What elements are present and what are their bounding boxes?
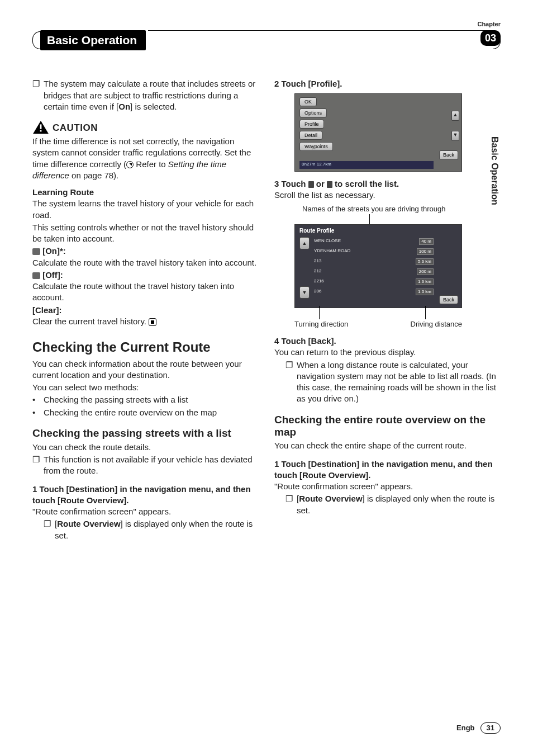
sub1-note-text: This function is not available if your v… [44, 454, 259, 477]
map-scroll-down[interactable]: ▼ [451, 131, 459, 141]
route-row: 212 [314, 268, 321, 275]
profile-scroll-down[interactable]: ▼ [299, 286, 310, 299]
map-scroll-up[interactable]: ▲ [451, 111, 459, 121]
caution-label: CAUTION [53, 122, 98, 135]
header-bar: Basic Operation [32, 30, 501, 50]
option-clear-body: Clear the current travel history. [32, 316, 259, 327]
section-checking-route: Checking the Current Route [32, 339, 259, 355]
step-4: 4 Touch [Back]. [274, 336, 501, 347]
sub2-note: ❐ [Route Overview] is displayed only whe… [274, 493, 501, 516]
sub2-step-1-p: "Route confirmation screen" appears. [274, 481, 501, 492]
step-2: 2 Touch [Profile]. [274, 78, 501, 89]
step-1-note-text: [Route Overview] is displayed only when … [55, 518, 259, 541]
step-1-p: "Route confirmation screen" appears. [32, 506, 259, 517]
footer-lang: Engb [456, 723, 475, 733]
step-3: 3 Touch or to scroll the list. [274, 178, 501, 190]
sub2-step-1: 1 Touch [Destination] in the navigation … [274, 459, 501, 481]
option-on-body: Calculate the route with the travel hist… [32, 257, 259, 268]
step-3-p: Scroll the list as necessary. [274, 190, 501, 201]
option-on-row: [On]*: [32, 245, 259, 257]
route-dist: 40 m [419, 238, 434, 245]
note-item: ❐ The system may calculate a route that … [32, 78, 259, 112]
map-back-button[interactable]: Back [439, 150, 458, 159]
sub1-p1: You can check the route details. [32, 442, 259, 453]
subsection-passing-streets: Checking the passing streets with a list [32, 427, 259, 440]
callout-line-icon [319, 306, 320, 319]
map-status-bar: 0h27m 12.7km [299, 161, 434, 169]
bullet-square-icon: ❐ [285, 360, 292, 405]
chapter-label: Chapter [477, 20, 501, 29]
option-icon [32, 272, 40, 279]
route-dist: 5.6 km [416, 258, 434, 266]
caption-turning: Turning direction [294, 319, 348, 329]
option-clear-label: [Clear]: [32, 305, 259, 316]
route-row: WEN CLOSE [314, 238, 341, 244]
section-p2: You can select two methods: [32, 382, 259, 393]
bullet-square-icon: ❐ [32, 78, 39, 112]
map-waypoints-button[interactable]: Waypoints [299, 142, 333, 151]
header-curve-left [32, 31, 40, 49]
method-2-text: Checking the entire route overview on th… [44, 407, 217, 418]
learning-route-heading: Learning Route [32, 187, 259, 198]
route-profile-screenshot: Route Profile ▲ ▼ WEN CLOSE 40 m YDENHAM… [294, 224, 462, 308]
left-column: ❐ The system may calculate a route that … [32, 78, 259, 542]
bullet-square-icon: ❐ [32, 454, 39, 477]
profile-scroll-up[interactable]: ▲ [299, 237, 310, 249]
map-options-button[interactable]: Options [299, 108, 327, 117]
route-profile-title: Route Profile [299, 227, 334, 235]
callout-line-icon [425, 306, 426, 319]
footer: Engb 31 [456, 722, 501, 734]
right-column: 2 Touch [Profile]. OK Options Profile De… [274, 78, 501, 542]
warning-triangle-icon [32, 120, 49, 135]
streets-caption: Names of the streets you are driving thr… [302, 204, 501, 214]
svg-rect-1 [40, 130, 42, 132]
step-4-note-text: When a long distance route is calculated… [297, 360, 501, 405]
scroll-up-icon [308, 181, 314, 188]
step-4-p: You can return to the previous display. [274, 347, 501, 358]
route-dist: 1.0 km [416, 289, 434, 296]
page-number: 31 [480, 722, 501, 734]
bullet-square-icon: ❐ [44, 518, 50, 541]
option-off-body: Calculate the route without the travel h… [32, 281, 259, 304]
route-row: 2216 [314, 278, 324, 285]
method-1-text: Checking the passing streets with a list [44, 394, 188, 405]
learning-p2: This setting controls whether or not the… [32, 222, 259, 245]
step-4-note: ❐ When a long distance route is calculat… [274, 360, 501, 405]
profile-captions: Turning direction Driving distance [294, 319, 462, 329]
route-dist: 200 m [417, 268, 434, 276]
side-tab-label: Basic Operation [488, 136, 501, 205]
option-off-row: [Off]: [32, 270, 259, 281]
reference-icon [126, 161, 134, 168]
map-ok-button[interactable]: OK [299, 97, 317, 106]
chapter-badge: 03 [480, 30, 501, 46]
step-1: 1 Touch [Destination] in the navigation … [32, 484, 259, 507]
method-item-2: • Checking the entire route overview on … [32, 407, 259, 418]
sub2-note-text: [Route Overview] is displayed only when … [297, 493, 501, 516]
caption-distance: Driving distance [411, 319, 463, 329]
route-dist: 100 m [417, 248, 434, 256]
learning-p1: The system learns the travel history of … [32, 198, 259, 221]
caution-heading: CAUTION [32, 120, 259, 135]
header-title: Basic Operation [40, 30, 146, 50]
bullet-square-icon: ❐ [285, 493, 292, 516]
profile-back-button[interactable]: Back [439, 295, 458, 304]
bullet-dot-icon: • [32, 394, 39, 405]
header-rule [148, 30, 493, 31]
caution-body: If the time difference is not set correc… [32, 136, 259, 181]
section-p1: You can check information about the rout… [32, 358, 259, 381]
sub2-p: You can check the entire shape of the cu… [274, 440, 501, 451]
map-profile-button[interactable]: Profile [299, 120, 324, 129]
route-dist: 1.6 km [416, 278, 434, 286]
step-1-note: ❐ [Route Overview] is displayed only whe… [32, 518, 259, 541]
sub1-note: ❐ This function is not available if your… [32, 454, 259, 477]
subsection-route-overview: Checking the entire route overview on th… [274, 414, 501, 438]
stop-icon [149, 318, 156, 326]
option-on-label: [On]*: [42, 246, 66, 256]
map-screenshot: OK Options Profile Detail Waypoints ▲ ▼ … [294, 93, 462, 172]
route-row: 206 [314, 289, 321, 295]
map-detail-button[interactable]: Detail [299, 131, 322, 140]
route-row: 213 [314, 258, 321, 264]
bullet-dot-icon: • [32, 407, 39, 418]
method-item-1: • Checking the passing streets with a li… [32, 394, 259, 405]
scroll-down-icon [327, 181, 332, 188]
